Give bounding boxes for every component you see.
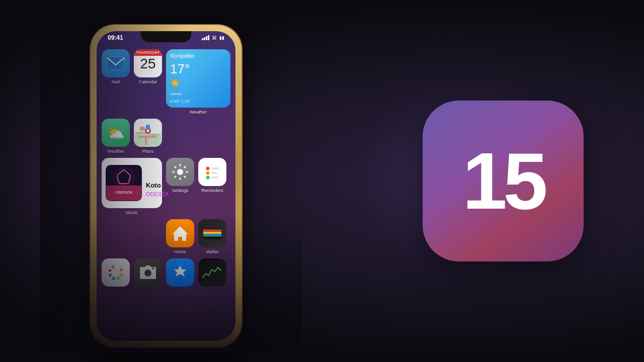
svg-point-48 — [152, 267, 154, 269]
app-row-4: Home — [166, 219, 230, 254]
app-appstore[interactable] — [166, 258, 194, 287]
svg-rect-21 — [180, 164, 181, 166]
app-music-widget[interactable]: ODESZA ♪ Koto ODESZA Music — [102, 158, 162, 215]
music-album-art: ODESZA — [106, 165, 142, 201]
svg-rect-28 — [174, 166, 177, 169]
ios15-logo: 15 — [423, 101, 584, 261]
stocks-svg — [201, 263, 224, 282]
app-settings[interactable]: Settings — [166, 158, 194, 215]
svg-rect-7 — [146, 125, 150, 130]
svg-rect-35 — [211, 176, 218, 178]
app-row-1: Mail THURSDAY 25 Calendar Montpellier — [102, 49, 230, 115]
app-wallet[interactable]: Wallet — [198, 219, 226, 254]
weather-city: Montpellier — [170, 53, 226, 59]
iphone-frame: 09:41 ⌘ ▮▮ — [91, 25, 242, 347]
reminders-label: Reminders — [201, 188, 223, 193]
svg-rect-23 — [186, 171, 188, 173]
music-title: Koto — [146, 182, 169, 189]
appstore-icon — [166, 258, 194, 287]
album-art-svg: ODESZA — [106, 165, 141, 201]
calendar-label: Calendar — [139, 79, 157, 84]
weather-condition: Sunny — [170, 92, 226, 96]
mail-icon — [102, 49, 130, 77]
status-icons: ⌘ ▮▮ — [202, 35, 224, 41]
calendar-icon: THURSDAY 25 — [134, 49, 162, 77]
notch — [141, 31, 191, 42]
svg-rect-8 — [140, 127, 145, 131]
house-icon — [171, 224, 189, 242]
svg-rect-4 — [145, 138, 147, 145]
svg-point-31 — [206, 171, 210, 175]
status-time: 09:41 — [108, 34, 123, 41]
svg-rect-3 — [139, 136, 157, 138]
svg-point-47 — [146, 272, 149, 275]
wallet-label: Wallet — [206, 249, 219, 254]
music-label: Music — [126, 210, 138, 215]
app-row-5 — [102, 258, 230, 287]
maps-svg — [135, 120, 161, 146]
settings-icon — [166, 158, 194, 186]
weather-small-emoji: ⛅ — [107, 125, 125, 141]
mail-envelope-icon — [107, 56, 125, 70]
weather-temp: 17° — [170, 62, 226, 75]
app-photos[interactable] — [102, 258, 130, 287]
music-artist: ODESZA — [146, 191, 169, 197]
app-home[interactable]: Home — [166, 219, 194, 254]
calendar-date: 25 — [140, 57, 155, 71]
svg-rect-26 — [174, 175, 177, 178]
reminders-icon — [198, 158, 226, 186]
home-label: Home — [174, 249, 186, 254]
weather-sun-icon: ☀️ — [170, 78, 226, 88]
iphone-screen: 09:41 ⌘ ▮▮ — [97, 31, 235, 341]
svg-rect-2 — [135, 134, 161, 146]
camera-svg — [139, 265, 157, 280]
app-plans[interactable]: Plans — [134, 119, 162, 154]
mail-label: Mail — [112, 79, 120, 84]
svg-rect-27 — [172, 171, 175, 173]
signal-icon — [202, 35, 209, 40]
svg-point-30 — [206, 167, 210, 170]
maps-icon — [134, 119, 162, 147]
app-weather-widget[interactable]: Montpellier 17° ☀️ Sunny H:30° L:13° Wea… — [166, 49, 230, 115]
stocks-icon — [198, 258, 226, 287]
weather-highlow: H:30° L:13° — [170, 99, 226, 104]
app-row-2: ⛅ Weather — [102, 119, 230, 154]
app-camera[interactable] — [134, 258, 162, 287]
ios15-number: 15 — [462, 135, 544, 227]
svg-rect-39 — [203, 232, 221, 234]
weather-widget-label: Weather — [190, 110, 207, 115]
app-stocks[interactable] — [198, 258, 226, 287]
svg-rect-22 — [184, 166, 187, 169]
app-mail[interactable]: Mail — [102, 49, 130, 115]
svg-rect-40 — [203, 234, 221, 236]
reminders-svg — [203, 162, 222, 182]
svg-rect-24 — [184, 175, 187, 178]
weather-small-label: Weather — [107, 149, 124, 154]
svg-rect-33 — [211, 167, 219, 169]
svg-point-44 — [113, 270, 118, 275]
wifi-icon: ⌘ — [212, 35, 217, 41]
phone-area: 09:41 ⌘ ▮▮ — [40, 10, 302, 352]
svg-rect-42 — [203, 236, 221, 237]
svg-marker-36 — [172, 226, 188, 241]
camera-icon — [134, 258, 162, 287]
svg-point-32 — [206, 176, 210, 179]
app-row-3: ODESZA ♪ Koto ODESZA Music — [102, 158, 230, 215]
svg-rect-34 — [211, 172, 217, 174]
svg-rect-38 — [203, 229, 221, 232]
app-reminders[interactable]: Reminders — [198, 158, 226, 215]
svg-text:ODESZA: ODESZA — [115, 190, 132, 195]
photos-svg — [104, 261, 127, 284]
svg-point-20 — [177, 169, 183, 175]
home-icon — [166, 219, 194, 247]
gear-icon — [172, 163, 189, 180]
weather-widget-card: Montpellier 17° ☀️ Sunny H:30° L:13° — [166, 49, 230, 108]
app-calendar[interactable]: THURSDAY 25 Calendar — [134, 49, 162, 115]
app-weather-small[interactable]: ⛅ Weather — [102, 119, 130, 154]
wallet-svg — [202, 225, 222, 241]
svg-rect-0 — [107, 57, 124, 70]
calendar-day: THURSDAY — [134, 49, 162, 56]
appstore-svg — [171, 263, 189, 282]
music-info: ♪ Koto ODESZA — [146, 169, 169, 197]
home-content: Mail THURSDAY 25 Calendar Montpellier — [97, 45, 235, 341]
